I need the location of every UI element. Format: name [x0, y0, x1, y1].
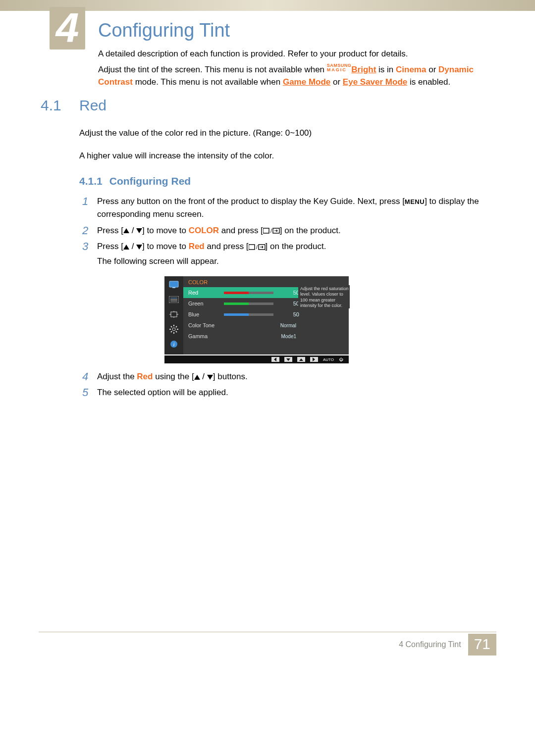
svg-line-20 [171, 331, 172, 332]
footer-rule [39, 632, 496, 632]
power-icon: ⏻ [339, 357, 343, 362]
section-number: 4.1 [41, 97, 61, 114]
osd-row-gamma: Gamma Mode1 [183, 331, 349, 342]
chapter-number-box: 4 [50, 7, 85, 50]
svg-rect-7 [172, 287, 175, 288]
samsung-magic-logo: SAMSUNGMAGIC [327, 63, 352, 71]
up-key-icon [297, 357, 305, 362]
list-icon [168, 295, 179, 304]
svg-text:i: i [173, 341, 174, 347]
svg-line-18 [171, 326, 172, 327]
subsection-heading: 4.1.1Configuring Red [79, 175, 191, 187]
red-option: Red [189, 242, 205, 251]
intro-line1: A detailed description of each function … [98, 48, 485, 60]
intro-text: A detailed description of each function … [98, 48, 485, 89]
resize-icon [168, 310, 179, 319]
osd-row-blue: Blue 50 [183, 309, 349, 320]
red-option: Red [137, 372, 153, 381]
section-p2: A higher value will increase the intensi… [79, 150, 485, 162]
down-key-icon [284, 357, 292, 362]
osd-slider-green [224, 302, 273, 305]
svg-rect-3 [249, 245, 255, 250]
step-1: 1 Press any button on the front of the p… [82, 195, 485, 221]
svg-rect-0 [263, 228, 269, 233]
subsection-title: Configuring Red [109, 175, 191, 187]
osd-bottom-bar: AUTO ⏻ [164, 355, 349, 363]
step-4: 4 Adjust the Red using the [ / ] buttons… [82, 370, 485, 383]
up-arrow-icon [194, 375, 200, 380]
osd-help-text: Adjust the red saturation level. Values … [298, 285, 350, 308]
down-arrow-icon [136, 245, 142, 250]
steps-list-cont: 4 Adjust the Red using the [ / ] buttons… [82, 370, 485, 403]
intro-line2: Adjust the tint of the screen. This menu… [98, 63, 485, 89]
chapter-title: Configuring Tint [98, 20, 230, 41]
footer: 4 Configuring Tint 71 [399, 634, 496, 655]
svg-point-13 [172, 328, 175, 331]
source-enter-icon: / [263, 227, 280, 234]
game-mode-link[interactable]: Game Mode [283, 77, 330, 87]
step-2: 2 Press [ / ] to move to COLOR and press… [82, 224, 485, 237]
menu-button-label: MENU [405, 198, 425, 205]
step-3: 3 Press [ / ] to move to Red and press [… [82, 240, 485, 268]
right-key-icon [310, 357, 318, 362]
up-arrow-icon [123, 245, 129, 250]
svg-text:/: / [270, 228, 272, 234]
steps-list: 1 Press any button on the front of the p… [82, 195, 485, 271]
auto-label: AUTO [323, 357, 334, 362]
section-p1: Adjust the value of the color red in the… [79, 127, 485, 140]
svg-line-21 [176, 326, 177, 327]
osd-iconbar: i [164, 276, 183, 354]
footer-label: 4 Configuring Tint [399, 640, 461, 649]
up-arrow-icon [123, 228, 129, 233]
page-number: 71 [468, 634, 496, 655]
osd-slider-blue [224, 313, 273, 316]
svg-line-19 [176, 331, 177, 332]
svg-rect-12 [171, 312, 177, 317]
color-menu: COLOR [189, 226, 219, 235]
svg-text:/: / [256, 244, 258, 250]
section-title: Red [79, 97, 107, 114]
left-key-icon [271, 357, 279, 362]
svg-rect-6 [169, 281, 178, 287]
eye-saver-link[interactable]: Eye Saver Mode [343, 77, 407, 87]
gear-icon [168, 325, 179, 334]
down-arrow-icon [136, 228, 142, 233]
osd-row-colortone: Color Tone Normal [183, 320, 349, 331]
osd-slider-red [224, 292, 273, 294]
picture-icon [168, 280, 179, 289]
step-5: 5 The selected option will be applied. [82, 386, 485, 399]
down-arrow-icon [207, 375, 213, 380]
info-icon: i [168, 340, 179, 349]
cinema-mode: Cinema [396, 65, 426, 74]
bright-link[interactable]: Bright [351, 65, 376, 74]
source-enter-icon: / [249, 244, 266, 251]
subsection-number: 4.1.1 [79, 175, 103, 187]
chapter-number: 4 [56, 7, 79, 49]
